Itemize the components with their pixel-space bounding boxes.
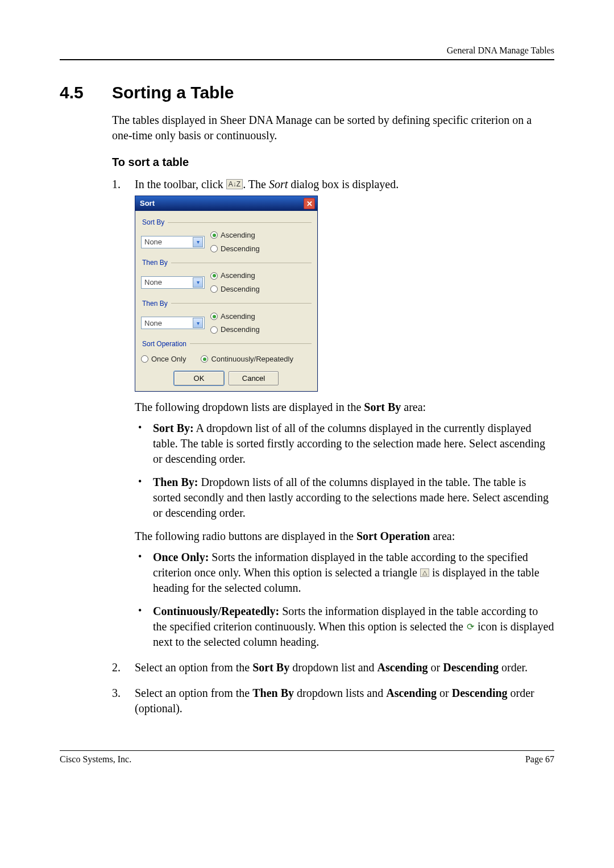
close-icon[interactable]: ✕ [304, 198, 315, 209]
text: dropdown lists and [294, 687, 386, 699]
legend-sort-operation: Sort Operation [141, 339, 190, 348]
group-then-by-1: Then By None ▾ Ascending Descending [141, 258, 312, 295]
continuously-radio[interactable]: Continuously/Repeatedly [201, 354, 293, 364]
radio-label: Ascending [221, 230, 255, 240]
bold-text: Descending [443, 661, 499, 674]
bold-text: Descending [452, 687, 508, 699]
para-operation-intro: The following radio buttons are displaye… [135, 529, 554, 544]
section-title: Sorting a Table [112, 83, 234, 102]
bullet-once-only: Once Only: Sorts the information display… [135, 550, 554, 596]
once-only-radio[interactable]: Once Only [141, 354, 186, 364]
section-heading: 4.5Sorting a Table [60, 83, 554, 102]
bullet-continuously: Continuously/Repeatedly: Sorts the infor… [135, 604, 554, 650]
bold-text: Sort By [364, 401, 401, 413]
sortby-ascending-radio[interactable]: Ascending [210, 230, 260, 240]
step-2: 2. Select an option from the Sort By dro… [112, 660, 554, 675]
text: order. [499, 661, 528, 674]
cancel-button[interactable]: Cancel [229, 371, 279, 386]
chevron-down-icon: ▾ [193, 318, 203, 328]
step1-text-posta: . The [243, 178, 269, 190]
sortby-descending-radio[interactable]: Descending [210, 244, 260, 254]
sort-toolbar-icon: A↓Z [226, 179, 243, 189]
step1-italic: Sort [269, 178, 288, 190]
bold-text: Sort Operation [356, 530, 430, 542]
bold-text: Ascending [386, 687, 437, 699]
bullet-then-by: Then By: Dropdown lists of all of the co… [135, 475, 554, 521]
bold-text: Then By [252, 687, 294, 699]
thenby2-value: None [144, 318, 162, 329]
repeat-icon: ⟳ [466, 622, 475, 632]
para-sortby-intro: The following dropdown lists are display… [135, 400, 554, 415]
text: or [437, 687, 452, 699]
text: or [428, 661, 443, 674]
radio-label: Descending [221, 325, 260, 335]
section-number: 4.5 [60, 83, 112, 102]
bold-text: Then By: [153, 476, 198, 488]
text: Select an option from the [135, 687, 252, 699]
chevron-down-icon: ▾ [193, 277, 203, 288]
sort-dialog: Sort ✕ Sort By None ▾ Ascending [135, 196, 318, 392]
footer-left: Cisco Systems, Inc. [60, 754, 131, 765]
text: The following dropdown lists are display… [135, 401, 364, 413]
step-number: 2. [112, 660, 121, 675]
text: area: [401, 401, 426, 413]
header-right: General DNA Manage Tables [447, 45, 554, 55]
legend-then-by-1: Then By [141, 258, 171, 267]
dialog-title: Sort [140, 198, 155, 209]
intro-paragraph: The tables displayed in Sheer DNA Manage… [112, 113, 554, 143]
bold-text: Once Only: [153, 551, 209, 563]
radio-label: Continuously/Repeatedly [211, 354, 293, 364]
page-header: General DNA Manage Tables [60, 45, 554, 60]
thenby1-select[interactable]: None ▾ [141, 276, 205, 289]
subheading: To sort a table [112, 156, 554, 169]
step-number: 1. [112, 177, 121, 192]
sortby-value: None [144, 237, 162, 247]
legend-sort-by: Sort By [141, 218, 168, 227]
page-footer: Cisco Systems, Inc. Page 67 [60, 750, 554, 765]
text: dropdown list and [289, 661, 377, 674]
thenby2-ascending-radio[interactable]: Ascending [210, 312, 260, 322]
group-sort-by: Sort By None ▾ Ascending Descending [141, 218, 312, 255]
footer-right: Page 67 [525, 754, 554, 765]
chevron-down-icon: ▾ [193, 237, 203, 247]
radio-label: Descending [221, 244, 260, 254]
group-sort-operation: Sort Operation Once Only Continuously/Re… [141, 339, 312, 366]
thenby1-descending-radio[interactable]: Descending [210, 284, 260, 294]
thenby2-descending-radio[interactable]: Descending [210, 325, 260, 335]
step1-text-pre: In the toolbar, click [135, 178, 226, 190]
thenby1-value: None [144, 277, 162, 288]
triangle-icon: △ [420, 568, 429, 577]
text: Select an option from the [135, 661, 252, 674]
dialog-titlebar: Sort ✕ [135, 196, 317, 211]
radio-label: Descending [221, 284, 260, 294]
thenby1-ascending-radio[interactable]: Ascending [210, 271, 260, 281]
radio-label: Once Only [151, 354, 186, 364]
thenby2-select[interactable]: None ▾ [141, 317, 205, 329]
bold-text: Ascending [377, 661, 428, 674]
step-number: 3. [112, 686, 121, 701]
ok-button[interactable]: OK [174, 371, 224, 386]
radio-label: Ascending [221, 312, 255, 322]
text: A dropdown list of all of the columns di… [153, 422, 545, 465]
sortby-select[interactable]: None ▾ [141, 236, 205, 248]
bold-text: Continuously/Repeatedly: [153, 605, 279, 617]
bullet-sort-by: Sort By: A dropdown list of all of the c… [135, 421, 554, 467]
text: Dropdown lists of all of the columns dis… [153, 476, 549, 519]
step-1: 1. In the toolbar, click A↓Z. The Sort d… [112, 177, 554, 650]
text: The following radio buttons are displaye… [135, 530, 356, 542]
text: area: [430, 530, 455, 542]
step1-text-postb: dialog box is displayed. [288, 178, 399, 190]
group-then-by-2: Then By None ▾ Ascending Descending [141, 299, 312, 336]
radio-label: Ascending [221, 271, 255, 281]
bold-text: Sort By: [153, 422, 194, 434]
step-3: 3. Select an option from the Then By dro… [112, 686, 554, 716]
dialog-body: Sort By None ▾ Ascending Descending [135, 211, 317, 391]
legend-then-by-2: Then By [141, 299, 171, 308]
bold-text: Sort By [252, 661, 289, 674]
